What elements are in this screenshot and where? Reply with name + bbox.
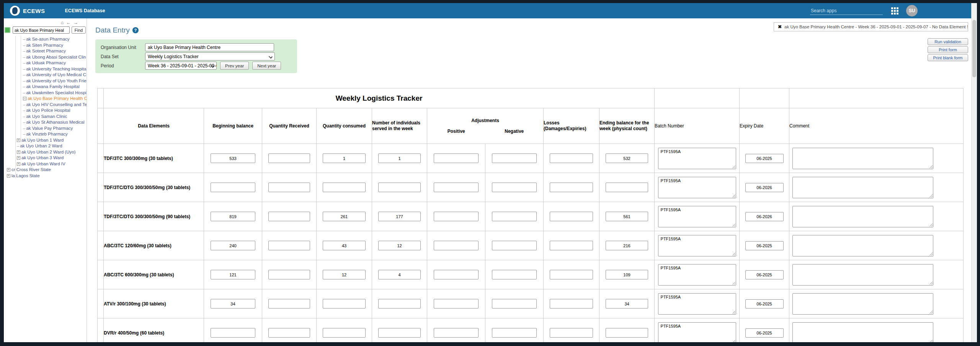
batch-number-textarea[interactable]: PTF1595A (658, 148, 736, 169)
orgunit-label[interactable]: ak Se-asun Pharmacy (26, 37, 69, 41)
help-icon[interactable]: ? (132, 27, 139, 33)
orgunit-tree-item[interactable]: –ak Uduak Pharmacy (4, 60, 87, 66)
beginning-input[interactable] (211, 153, 256, 163)
comment-textarea[interactable] (792, 235, 933, 256)
comment-textarea[interactable] (792, 148, 933, 169)
orgunit-label[interactable]: ak Uyo St Athanasius Medical (26, 120, 84, 124)
resize-grip-icon[interactable] (929, 165, 933, 168)
orgunit-tree-item[interactable]: –ak Uyo Police Hospital (4, 108, 87, 114)
orgunit-tree-item[interactable]: +ak Uyo Urban 1 Ward (4, 137, 87, 144)
orgunit-label[interactable]: ak University of Uyo Medical C (26, 72, 86, 77)
orgunit-label[interactable]: ak Uyo Urban 1 Ward (21, 138, 64, 142)
orgunit-label[interactable]: ak Uyo Urban Ward IV (21, 162, 65, 166)
resize-grip-icon[interactable] (732, 165, 735, 168)
batch-number-textarea[interactable]: PTF1595A (658, 206, 736, 227)
orgunit-tree-item[interactable]: +ak Uyo Urban 2 Ward (Uyo) (4, 149, 87, 155)
orgunit-label[interactable]: ak University Teaching Hospita (26, 67, 86, 71)
search-apps-input[interactable] (810, 7, 883, 15)
batch-number-textarea[interactable]: PTF1595A (658, 322, 736, 343)
orgunit-label[interactable]: ak Uyo Police Hospital (26, 108, 70, 113)
run-validation-button[interactable]: Run validation (928, 38, 968, 45)
expand-icon[interactable]: + (7, 168, 10, 171)
resize-grip-icon[interactable] (929, 252, 933, 256)
positive-input[interactable] (434, 212, 479, 221)
orgunit-label[interactable]: la Lagos State (11, 173, 40, 178)
orgunit-tree-item[interactable]: –ak Unwana Family Hospital (4, 84, 87, 90)
resize-grip-icon[interactable] (929, 310, 933, 314)
ending-input[interactable] (606, 183, 648, 192)
expiry-date-input[interactable] (745, 299, 784, 308)
orgunit-tree-item[interactable]: −ak Uyo Base Primary Health Centre (4, 96, 87, 102)
orgunit-tree-item[interactable]: –ak University Teaching Hospita (4, 66, 87, 72)
orgunit-tree-item[interactable]: +cr Cross River State (4, 167, 87, 173)
losses-input[interactable] (550, 153, 593, 163)
ending-input[interactable] (606, 241, 648, 250)
ending-input[interactable] (606, 270, 648, 279)
positive-input[interactable] (434, 241, 479, 250)
negative-input[interactable] (492, 153, 537, 163)
orgunit-tree-item[interactable]: +la Lagos State (4, 173, 87, 179)
consumed-input[interactable] (323, 299, 366, 308)
orgunit-tree-item[interactable]: –ak Value Pay Pharmacy (4, 126, 87, 132)
positive-input[interactable] (434, 328, 479, 338)
orgunit-tree-item[interactable]: –ak University of Uyo Youth Frie (4, 78, 87, 84)
negative-input[interactable] (492, 299, 537, 308)
received-input[interactable] (268, 241, 310, 250)
close-icon[interactable]: ✖ (778, 24, 782, 29)
losses-input[interactable] (550, 241, 593, 250)
orgunit-label[interactable]: ak Ubong Abasi Specialist Clin (26, 55, 86, 59)
resize-grip-icon[interactable] (732, 310, 735, 314)
orgunit-tree-item[interactable]: +ak Uyo Urban 3 Ward (4, 155, 87, 161)
organisation-unit-field[interactable] (145, 43, 274, 51)
orgunit-label[interactable]: ak Unwana Family Hospital (26, 84, 79, 89)
positive-input[interactable] (434, 270, 479, 279)
orgunit-label[interactable]: ak Uyo Urban 3 Ward (21, 155, 64, 160)
period-select[interactable]: Week 36 - 2025-09-01 - 2025-09-0 (145, 62, 217, 70)
losses-input[interactable] (550, 328, 593, 338)
apps-grid-icon[interactable] (891, 7, 898, 15)
orgunit-label[interactable]: ak Vinzteb Pharmacy (26, 132, 67, 136)
ecews-logo[interactable]: ECEWS (10, 6, 45, 16)
orgunit-tree-item[interactable]: –ak Uyo Saman Clinic (4, 114, 87, 120)
served-input[interactable] (378, 153, 421, 163)
expiry-date-input[interactable] (745, 212, 784, 221)
resize-grip-icon[interactable] (929, 223, 933, 227)
expiry-date-input[interactable] (745, 270, 784, 279)
consumed-input[interactable] (323, 328, 366, 338)
expiry-date-input[interactable] (745, 328, 784, 338)
orgunit-label[interactable]: ak Uwakmiten Specialist Hospit (26, 90, 87, 95)
print-form-button[interactable]: Print form (928, 46, 968, 53)
served-input[interactable] (378, 270, 421, 279)
negative-input[interactable] (492, 241, 537, 250)
expand-icon[interactable]: + (7, 174, 10, 178)
positive-input[interactable] (434, 153, 479, 163)
prev-year-button[interactable]: Prev year (220, 62, 249, 70)
consumed-input[interactable] (323, 241, 366, 250)
ending-input[interactable] (606, 299, 648, 308)
expand-icon[interactable]: + (17, 162, 20, 166)
batch-number-textarea[interactable]: PTF1595A (658, 264, 736, 286)
home-icon[interactable]: ⌂ (61, 20, 64, 25)
data-set-select[interactable]: Weekly Logistics Tracker (145, 52, 275, 60)
orgunit-label[interactable]: ak Uduak Pharmacy (26, 60, 66, 65)
consumed-input[interactable] (323, 212, 366, 221)
resize-grip-icon[interactable] (732, 281, 735, 285)
print-blank-form-button[interactable]: Print blank form (928, 54, 968, 61)
comment-textarea[interactable] (792, 322, 933, 343)
beginning-input[interactable] (211, 241, 256, 250)
next-year-button[interactable]: Next year (252, 62, 281, 70)
orgunit-tree-item[interactable]: –ak Siten Pharmacy (4, 42, 87, 49)
positive-input[interactable] (434, 299, 479, 308)
resize-grip-icon[interactable] (929, 281, 933, 285)
orgunit-label[interactable]: cr Cross River State (11, 167, 51, 172)
ending-input[interactable] (606, 153, 648, 163)
batch-number-textarea[interactable]: PTF1595A (658, 177, 736, 198)
resize-grip-icon[interactable] (929, 339, 933, 343)
losses-input[interactable] (550, 212, 593, 221)
beginning-input[interactable] (211, 299, 256, 308)
losses-input[interactable] (550, 270, 593, 279)
orgunit-label[interactable]: ak Uyo Urban 2 Ward (Uyo) (21, 150, 75, 154)
comment-textarea[interactable] (792, 293, 933, 315)
beginning-input[interactable] (211, 183, 256, 192)
served-input[interactable] (378, 328, 421, 338)
